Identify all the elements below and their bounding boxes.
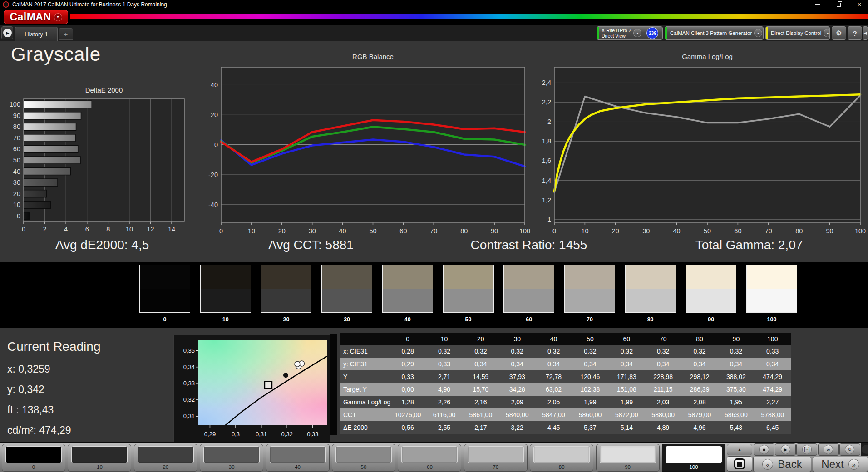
- display-control-dropdown[interactable]: Direct Display Control ▼: [765, 26, 830, 40]
- table-cell: 0,32: [499, 348, 535, 355]
- chevron-down-icon: ▼: [633, 29, 641, 37]
- workflow-nav-button[interactable]: ▶: [1, 26, 13, 39]
- pattern-swatch: [203, 446, 260, 463]
- x-axis-tick-label: 70: [430, 227, 437, 235]
- next-button[interactable]: Next »: [813, 457, 868, 472]
- x-axis-tick-label: 20: [278, 227, 286, 235]
- swatch-level-label: 50: [443, 316, 494, 323]
- summary-stat: Avg CCT: 5881: [268, 238, 354, 252]
- x-axis-tick-label: 60: [734, 227, 741, 235]
- table-cell: 5,14: [608, 424, 645, 431]
- actual-swatch: [383, 265, 433, 289]
- reading-fl: fL: 138,43: [7, 404, 54, 416]
- x-axis-tick-label: 80: [460, 227, 468, 235]
- table-cell: 0,32: [535, 348, 572, 355]
- table-cell: 1,28: [390, 398, 426, 406]
- pattern-label: 30: [200, 464, 263, 470]
- deltae-bar-60: [24, 145, 78, 152]
- x-axis-tick-label: 0,29: [204, 431, 216, 438]
- y-axis-tick-label: 1,4: [542, 177, 551, 184]
- table-cell: 1,99: [572, 398, 608, 406]
- current-reading-title: Current Reading: [7, 339, 100, 354]
- target-swatch: [261, 289, 311, 312]
- swatch-level-label: 60: [503, 316, 554, 323]
- close-button[interactable]: ×: [853, 0, 866, 9]
- table-cell: 5880,00: [645, 411, 681, 418]
- pattern-button-50[interactable]: 50: [332, 444, 395, 472]
- pattern-button-70[interactable]: 70: [464, 444, 528, 472]
- y-axis-tick-label: 10: [13, 201, 20, 208]
- pattern-button-90[interactable]: 90: [596, 444, 660, 472]
- grayscale-swatch-60: [503, 265, 554, 313]
- pattern-button-60[interactable]: 60: [398, 444, 461, 472]
- calman-logo-menu-button[interactable]: CalMAN ▼: [4, 10, 68, 24]
- table-cell: 0,32: [645, 348, 681, 355]
- pattern-panel-up-button[interactable]: ▲: [727, 444, 752, 455]
- actual-swatch: [322, 265, 372, 289]
- collapse-toolbar-button[interactable]: ◀: [863, 26, 868, 40]
- y-axis-tick-label: 2,4: [542, 79, 551, 86]
- table-cell: 474,29: [755, 386, 791, 393]
- calman-app-window: CalMAN 2017 CalMAN Ultimate for Business…: [0, 0, 868, 472]
- reading-y: y: 0,342: [7, 384, 44, 396]
- deltae-bar-30: [24, 179, 58, 186]
- next-label: Next: [821, 458, 843, 471]
- y-axis-tick-label: 0,34: [183, 364, 195, 370]
- x-axis-tick-label: 0: [219, 227, 223, 235]
- table-cell: 2,17: [463, 424, 499, 431]
- help-button[interactable]: ?: [848, 26, 862, 40]
- stop-button[interactable]: ■: [754, 443, 774, 456]
- x-axis-tick-label: 90: [826, 227, 833, 235]
- window-icon: [··]: [802, 445, 812, 454]
- chevron-down-icon: ▼: [754, 29, 762, 37]
- pattern-button-30[interactable]: 30: [200, 444, 263, 472]
- back-button[interactable]: « Back: [753, 457, 811, 472]
- summary-stat: Total Gamma: 2,07: [695, 238, 803, 252]
- pattern-button-100[interactable]: 100: [662, 444, 725, 472]
- pattern-button-40[interactable]: 40: [266, 444, 330, 472]
- y-axis-tick-label: 100: [10, 101, 20, 108]
- minimize-button[interactable]: [811, 0, 824, 9]
- play-button[interactable]: ▶: [775, 443, 796, 456]
- add-tab-button[interactable]: +: [59, 28, 73, 40]
- deltae-bar-80: [24, 123, 76, 130]
- table-cell: 2,16: [463, 398, 499, 406]
- maximize-button[interactable]: [832, 0, 845, 9]
- pattern-button-20[interactable]: 20: [134, 444, 197, 472]
- settings-button[interactable]: ⚙: [832, 26, 846, 40]
- x-axis-tick-label: 14: [168, 226, 175, 233]
- help-icon: ?: [853, 30, 857, 37]
- gear-icon: ⚙: [836, 29, 842, 37]
- pattern-window-button[interactable]: [727, 456, 752, 472]
- swatch-level-label: 20: [261, 316, 311, 323]
- meter-dropdown[interactable]: X-Rite i1Pro 2 Direct View ▼ 239: [597, 26, 663, 40]
- grayscale-swatch-50: [443, 265, 494, 313]
- x-axis-tick-label: 50: [704, 227, 711, 235]
- pattern-label: 90: [597, 464, 659, 470]
- table-cell: 211,15: [645, 386, 681, 393]
- table-cell: 5861,00: [463, 411, 499, 418]
- logo-row: CalMAN ▼: [0, 9, 868, 25]
- pattern-button-10[interactable]: 10: [68, 444, 131, 472]
- table-cell: 6,45: [755, 424, 791, 431]
- pattern-source-dropdown[interactable]: CalMAN Client 3 Pattern Generator ▼: [665, 26, 764, 40]
- target-swatch: [383, 289, 433, 312]
- table-cell: 0,34: [608, 360, 645, 368]
- refresh-button[interactable]: ↻: [839, 443, 860, 456]
- pattern-button-80[interactable]: 80: [530, 444, 593, 472]
- pattern-label: 20: [134, 464, 197, 470]
- table-cell: 0,34: [681, 360, 718, 368]
- table-cell: 0,34: [645, 360, 681, 368]
- chevron-left-icon: ◀: [864, 31, 867, 35]
- window-button[interactable]: [··]: [796, 443, 817, 456]
- tab-history-1[interactable]: History 1: [15, 27, 58, 41]
- y-axis-tick-label: 0,31: [183, 413, 195, 419]
- table-header-cell: 80: [681, 335, 718, 343]
- deltae-bar-20: [24, 190, 47, 197]
- table-cell: 0,32: [463, 348, 499, 355]
- table-cell: 5847,00: [535, 411, 572, 418]
- pattern-swatch: [600, 446, 656, 463]
- loop-button[interactable]: ∞: [818, 443, 839, 456]
- pattern-button-0[interactable]: 0: [2, 444, 65, 472]
- table-cell: 388,02: [718, 373, 754, 380]
